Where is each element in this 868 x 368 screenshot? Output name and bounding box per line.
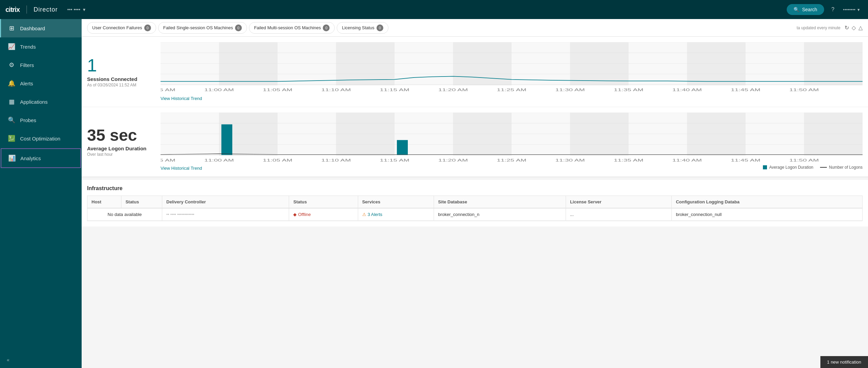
svg-text:11:20 AM: 11:20 AM	[438, 88, 468, 92]
logon-value: 35 sec	[87, 127, 155, 144]
svg-rect-36	[336, 113, 395, 156]
svg-rect-41	[629, 113, 687, 156]
notification-bar[interactable]: 1 new notification	[820, 356, 868, 368]
host-no-data-row: No data available	[87, 208, 162, 221]
svg-text:11:00 AM: 11:00 AM	[204, 88, 234, 92]
svg-text:11:10 AM: 11:10 AM	[321, 158, 351, 162]
dc-config-cell: broker_connection_null	[672, 208, 862, 221]
sidebar-item-cost-optimization[interactable]: 💹 Cost Optimization	[0, 129, 82, 148]
charts-section: 1 Sessions Connected As of 03/26/2024 11…	[82, 37, 868, 177]
host-col-header: Host	[87, 196, 121, 208]
pill-count-0: 0	[144, 24, 151, 31]
main-layout: ⊞ Dashboard 📈 Trends ⚙ Filters 🔔 Alerts …	[0, 19, 868, 368]
table-row: •• •••• •••••••••••• ◆ Offline	[162, 208, 862, 221]
pill-label-0: User Connection Failures	[92, 25, 142, 30]
sidebar-icon-alerts: 🔔	[8, 80, 15, 87]
host-no-data: No data available	[87, 208, 162, 221]
sessions-value: 1	[87, 56, 155, 74]
sessions-view-historical[interactable]: View Historical Trend	[161, 96, 202, 101]
infrastructure-section: Infrastructure Host Status	[82, 180, 868, 227]
refresh-icon[interactable]: ↻	[845, 24, 849, 31]
svg-rect-10	[746, 42, 804, 85]
help-button[interactable]: ?	[827, 3, 839, 16]
sidebar-item-applications[interactable]: ▦ Applications	[0, 93, 82, 111]
user-menu[interactable]: •••••••• ▾	[840, 5, 863, 14]
svg-text:11:25 AM: 11:25 AM	[497, 88, 526, 92]
logon-view-historical[interactable]: View Historical Trend	[161, 166, 202, 171]
svg-text:11:30 AM: 11:30 AM	[555, 158, 585, 162]
svg-text:11:30 AM: 11:30 AM	[555, 88, 585, 92]
status-pill-3[interactable]: Licensing Status 0	[337, 22, 388, 34]
infrastructure-title: Infrastructure	[87, 185, 863, 191]
user-chevron: ▾	[857, 7, 860, 12]
svg-rect-40	[570, 113, 629, 156]
sessions-chart-svg: 12 8 4 0 10:55 AM 11:00 AM 11:05 AM 11:1…	[161, 42, 863, 93]
svg-text:11:45 AM: 11:45 AM	[731, 88, 760, 92]
pill-label-2: Failed Multi-session OS Machines	[254, 25, 321, 30]
dc-sitedb-cell: broker_connection_n	[434, 208, 566, 221]
svg-rect-39	[512, 113, 570, 156]
svg-rect-42	[687, 113, 746, 156]
site-selector[interactable]: ••• •••• ▾	[63, 5, 89, 14]
svg-text:11:25 AM: 11:25 AM	[497, 158, 526, 162]
sidebar-item-dashboard[interactable]: ⊞ Dashboard	[0, 19, 82, 37]
citrix-wordmark: citrix	[5, 6, 20, 14]
update-info: ta updated every minute	[797, 26, 840, 30]
diamond-icon[interactable]: ◇	[852, 24, 856, 31]
status-pill-1[interactable]: Failed Single-session OS Machines 0	[158, 22, 247, 34]
svg-text:11:40 AM: 11:40 AM	[672, 88, 702, 92]
svg-rect-11	[804, 42, 863, 85]
alerts-link[interactable]: 3 Alerts	[368, 212, 382, 217]
pill-label-1: Failed Single-session OS Machines	[163, 25, 233, 30]
sidebar-item-probes[interactable]: 🔍 Probes	[0, 111, 82, 129]
status-pill-0[interactable]: User Connection Failures 0	[87, 22, 156, 34]
sidebar-collapse-button[interactable]: «	[0, 352, 82, 368]
svg-text:11:05 AM: 11:05 AM	[263, 88, 292, 92]
alert-icon[interactable]: △	[858, 24, 863, 31]
logo-divider	[27, 5, 27, 14]
svg-rect-58	[221, 124, 232, 155]
sidebar-label-applications: Applications	[20, 99, 48, 105]
svg-rect-0	[161, 42, 219, 85]
dc-offline-status: ◆ Offline	[293, 212, 353, 217]
app-logo: citrix Director	[5, 5, 58, 14]
sidebar-label-filters: Filters	[20, 62, 34, 68]
sidebar-item-trends[interactable]: 📈 Trends	[0, 37, 82, 56]
svg-rect-8	[629, 42, 687, 85]
site-selector-value: ••• ••••	[67, 7, 80, 12]
dc-alert-status: ⚠ 3 Alerts	[362, 212, 430, 217]
search-button[interactable]: 🔍 Search	[787, 4, 824, 15]
dc-license-cell: ...	[566, 208, 671, 221]
svg-rect-9	[687, 42, 746, 85]
sidebar-label-probes: Probes	[20, 117, 36, 123]
status-bar: User Connection Failures 0 Failed Single…	[82, 19, 868, 37]
sidebar-item-filters[interactable]: ⚙ Filters	[0, 56, 82, 74]
offline-label: Offline	[298, 212, 311, 217]
legend-bar-item: Average Logon Duration	[763, 165, 813, 170]
legend-line-label: Number of Logons	[829, 165, 863, 170]
sidebar-icon-dashboard: ⊞	[8, 24, 15, 32]
controller-table: Delivery Controller Status Services Site…	[162, 196, 862, 221]
sidebar-icon-applications: ▦	[8, 98, 15, 105]
svg-rect-6	[512, 42, 570, 85]
status-pill-2[interactable]: Failed Multi-session OS Machines 0	[249, 22, 335, 34]
dashboard-content: 1 Sessions Connected As of 03/26/2024 11…	[82, 37, 868, 368]
sessions-chart-label: 1 Sessions Connected As of 03/26/2024 11…	[87, 42, 155, 101]
dc-status-cell: ◆ Offline	[289, 208, 358, 221]
sidebar-icon-probes: 🔍	[8, 116, 15, 124]
dc-name-cell: •• •••• ••••••••••••	[162, 208, 289, 221]
svg-text:11:10 AM: 11:10 AM	[321, 88, 351, 92]
sidebar-item-alerts[interactable]: 🔔 Alerts	[0, 74, 82, 93]
host-status-col-header: Status	[121, 196, 162, 208]
dc-status-col-header: Status	[289, 196, 358, 208]
sidebar-item-analytics[interactable]: 📊 Analytics	[1, 148, 81, 168]
sidebar-label-analytics: Analytics	[20, 155, 41, 161]
logon-chart-row: 35 sec Average Logon Duration Over last …	[82, 107, 868, 177]
svg-rect-35	[278, 113, 336, 156]
svg-text:10:55 AM: 10:55 AM	[161, 88, 176, 92]
sidebar-label-cost-optimization: Cost Optimization	[20, 136, 60, 141]
status-bar-icons: ↻ ◇ △	[845, 24, 863, 31]
svg-rect-3	[336, 42, 395, 85]
dc-services-cell: ⚠ 3 Alerts	[358, 208, 434, 221]
sidebar-icon-filters: ⚙	[8, 61, 15, 69]
